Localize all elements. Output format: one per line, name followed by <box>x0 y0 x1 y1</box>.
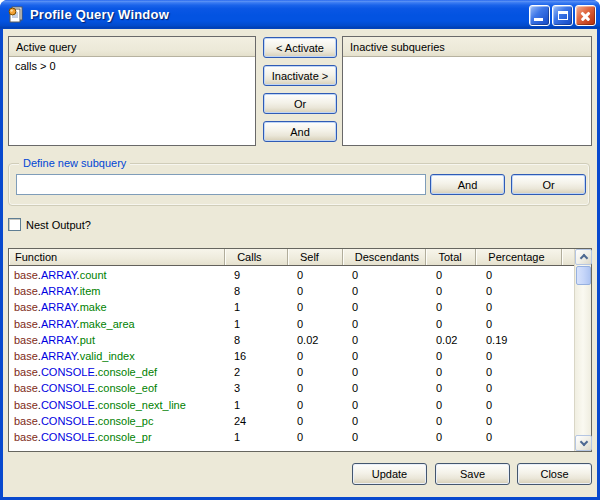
column-header-percentage[interactable]: Percentage <box>476 249 562 265</box>
scroll-down-button[interactable] <box>575 435 592 451</box>
value-cell: 16 <box>226 348 289 364</box>
value-cell: 0 <box>289 429 344 445</box>
inactive-subqueries-list[interactable] <box>343 58 591 145</box>
function-part-pkg: base <box>14 269 38 281</box>
function-part-feat: console_pr <box>98 431 152 443</box>
vertical-scrollbar[interactable] <box>574 249 591 451</box>
value-cell: 8 <box>226 283 289 299</box>
value-cell: 0 <box>344 316 428 332</box>
value-cell: 0 <box>478 429 564 445</box>
function-cell: base.ARRAY.put <box>9 332 226 348</box>
function-part-pkg: base <box>14 399 38 411</box>
active-query-list[interactable]: calls > 0 <box>9 58 255 145</box>
column-header-self[interactable]: Self <box>288 249 343 265</box>
value-cell: 1 <box>226 299 289 315</box>
table-row[interactable]: base.CONSOLE.console_pc240000 <box>9 413 574 429</box>
update-button[interactable]: Update <box>352 463 427 485</box>
close-dialog-button[interactable]: Close <box>517 463 592 485</box>
value-cell: 0 <box>289 299 344 315</box>
close-button[interactable] <box>575 5 596 26</box>
table-row[interactable]: base.ARRAY.count90000 <box>9 267 574 283</box>
value-cell: 0 <box>428 316 478 332</box>
function-part-feat: console_eof <box>98 382 157 394</box>
value-cell: 0 <box>344 348 428 364</box>
value-cell: 0 <box>344 299 428 315</box>
function-cell: base.ARRAY.item <box>9 283 226 299</box>
value-cell: 0 <box>428 413 478 429</box>
value-cell: 24 <box>226 413 289 429</box>
function-cell: base.CONSOLE.console_pc <box>9 413 226 429</box>
function-cell: base.ARRAY.valid_index <box>9 348 226 364</box>
inactivate-button[interactable]: Inactivate > <box>263 65 337 86</box>
value-cell: 0 <box>289 283 344 299</box>
table-row[interactable]: base.ARRAY.valid_index160000 <box>9 348 574 364</box>
column-header-calls[interactable]: Calls <box>225 249 288 265</box>
function-part-feat: make <box>80 301 107 313</box>
value-cell: 0 <box>428 364 478 380</box>
table-row[interactable]: base.CONSOLE.console_eof30000 <box>9 380 574 396</box>
query-item[interactable]: calls > 0 <box>9 58 255 74</box>
function-cell: base.ARRAY.make <box>9 299 226 315</box>
value-cell: 0 <box>344 283 428 299</box>
function-part-pkg: base <box>14 285 38 297</box>
minimize-button[interactable] <box>529 5 550 26</box>
table-row[interactable]: base.ARRAY.make10000 <box>9 299 574 315</box>
minimize-icon <box>534 18 543 21</box>
function-part-feat: make_area <box>80 318 135 330</box>
profile-results-table: Function Calls Self Descendants Total Pe… <box>8 248 592 452</box>
value-cell: 3 <box>226 380 289 396</box>
scroll-up-button[interactable] <box>575 249 592 265</box>
value-cell: 8 <box>226 332 289 348</box>
function-cell: base.CONSOLE.console_def <box>9 364 226 380</box>
table-row[interactable]: base.ARRAY.put80.0200.020.19 <box>9 332 574 348</box>
function-part-cls: CONSOLE <box>41 415 95 427</box>
function-part-feat: put <box>80 334 95 346</box>
function-part-cls: CONSOLE <box>41 399 95 411</box>
value-cell: 2 <box>226 364 289 380</box>
subquery-or-button[interactable]: Or <box>511 174 586 195</box>
column-header-total[interactable]: Total <box>426 249 476 265</box>
function-part-cls: CONSOLE <box>41 366 95 378</box>
table-row[interactable]: base.CONSOLE.console_next_line10000 <box>9 397 574 413</box>
value-cell: 0 <box>428 380 478 396</box>
profile-document-icon <box>7 6 24 23</box>
function-part-feat: count <box>80 269 107 281</box>
value-cell: 0 <box>428 429 478 445</box>
table-row[interactable]: base.CONSOLE.console_pr10000 <box>9 429 574 445</box>
window-title: Profile Query Window <box>30 0 169 29</box>
save-button[interactable]: Save <box>435 463 510 485</box>
function-part-feat: console_def <box>98 366 157 378</box>
value-cell: 0 <box>289 316 344 332</box>
value-cell: 0 <box>344 364 428 380</box>
maximize-button[interactable] <box>552 5 573 26</box>
maximize-icon <box>558 11 568 20</box>
column-header-descendants[interactable]: Descendants <box>343 249 427 265</box>
table-header: Function Calls Self Descendants Total Pe… <box>9 249 574 266</box>
or-combine-button[interactable]: Or <box>263 93 337 114</box>
value-cell: 0.02 <box>289 332 344 348</box>
function-cell: base.ARRAY.make_area <box>9 316 226 332</box>
function-part-feat: item <box>80 285 101 297</box>
nest-output-checkbox[interactable] <box>8 218 21 231</box>
subquery-input[interactable] <box>16 174 426 195</box>
table-row[interactable]: base.CONSOLE.console_def20000 <box>9 364 574 380</box>
value-cell: 0 <box>344 332 428 348</box>
active-query-panel: Active query calls > 0 <box>8 36 256 146</box>
function-cell: base.CONSOLE.console_next_line <box>9 397 226 413</box>
table-row[interactable]: base.ARRAY.item80000 <box>9 283 574 299</box>
activate-button[interactable]: < Activate <box>263 37 337 58</box>
value-cell: 1 <box>226 397 289 413</box>
title-bar[interactable]: Profile Query Window <box>0 0 600 29</box>
value-cell: 0 <box>428 299 478 315</box>
function-part-cls: ARRAY <box>41 318 77 330</box>
table-row[interactable]: base.ARRAY.make_area10000 <box>9 316 574 332</box>
column-header-function[interactable]: Function <box>9 249 225 265</box>
value-cell: 0 <box>428 283 478 299</box>
value-cell: 0.02 <box>428 332 478 348</box>
subquery-and-button[interactable]: And <box>430 174 505 195</box>
scrollbar-thumb[interactable] <box>576 266 591 285</box>
and-combine-button[interactable]: And <box>263 121 337 142</box>
function-part-feat: console_pc <box>98 415 154 427</box>
value-cell: 1 <box>226 316 289 332</box>
function-part-pkg: base <box>14 318 38 330</box>
